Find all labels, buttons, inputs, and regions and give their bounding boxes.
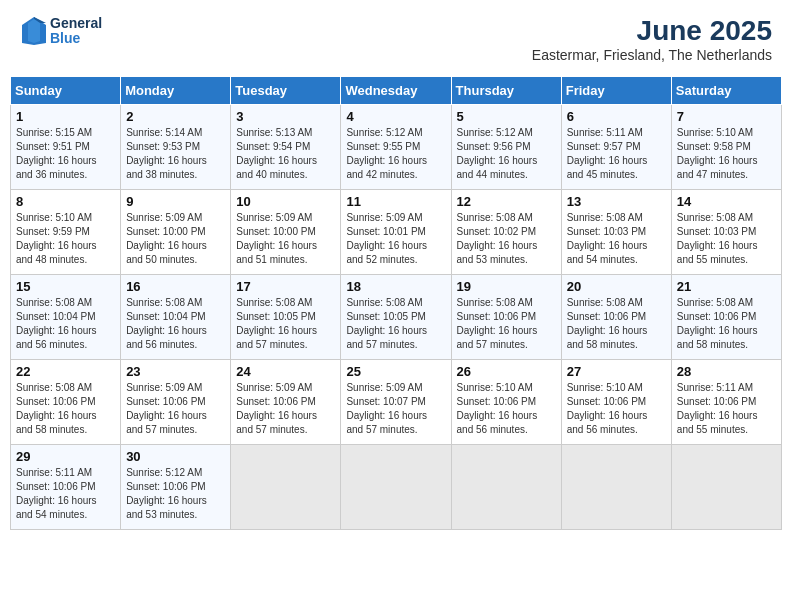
calendar-week-row: 15Sunrise: 5:08 AMSunset: 10:04 PMDaylig… [11,275,782,360]
calendar-day-cell: 19Sunrise: 5:08 AMSunset: 10:06 PMDaylig… [451,275,561,360]
day-number: 26 [457,364,556,379]
day-number: 22 [16,364,115,379]
day-info: Sunrise: 5:09 AMSunset: 10:06 PMDaylight… [236,381,335,437]
calendar-day-cell: 13Sunrise: 5:08 AMSunset: 10:03 PMDaylig… [561,190,671,275]
svg-marker-2 [28,19,40,43]
calendar-day-cell: 26Sunrise: 5:10 AMSunset: 10:06 PMDaylig… [451,360,561,445]
day-number: 12 [457,194,556,209]
day-info: Sunrise: 5:08 AMSunset: 10:06 PMDaylight… [16,381,115,437]
day-info: Sunrise: 5:10 AMSunset: 9:59 PMDaylight:… [16,211,115,267]
day-info: Sunrise: 5:09 AMSunset: 10:00 PMDaylight… [236,211,335,267]
day-info: Sunrise: 5:09 AMSunset: 10:06 PMDaylight… [126,381,225,437]
calendar-day-cell [231,445,341,530]
calendar-day-cell: 3Sunrise: 5:13 AMSunset: 9:54 PMDaylight… [231,105,341,190]
day-of-week-header: Friday [561,77,671,105]
calendar-day-cell: 8Sunrise: 5:10 AMSunset: 9:59 PMDaylight… [11,190,121,275]
day-number: 19 [457,279,556,294]
calendar-day-cell [451,445,561,530]
day-info: Sunrise: 5:14 AMSunset: 9:53 PMDaylight:… [126,126,225,182]
day-number: 3 [236,109,335,124]
day-number: 28 [677,364,776,379]
day-number: 7 [677,109,776,124]
title-block: June 2025 Eastermar, Friesland, The Neth… [532,15,772,63]
calendar-day-cell: 29Sunrise: 5:11 AMSunset: 10:06 PMDaylig… [11,445,121,530]
calendar-body: 1Sunrise: 5:15 AMSunset: 9:51 PMDaylight… [11,105,782,530]
calendar-day-cell: 12Sunrise: 5:08 AMSunset: 10:02 PMDaylig… [451,190,561,275]
day-number: 15 [16,279,115,294]
day-info: Sunrise: 5:13 AMSunset: 9:54 PMDaylight:… [236,126,335,182]
calendar-week-row: 8Sunrise: 5:10 AMSunset: 9:59 PMDaylight… [11,190,782,275]
day-info: Sunrise: 5:08 AMSunset: 10:04 PMDaylight… [126,296,225,352]
day-number: 1 [16,109,115,124]
calendar-day-cell: 15Sunrise: 5:08 AMSunset: 10:04 PMDaylig… [11,275,121,360]
calendar-day-cell: 20Sunrise: 5:08 AMSunset: 10:06 PMDaylig… [561,275,671,360]
day-info: Sunrise: 5:08 AMSunset: 10:03 PMDaylight… [677,211,776,267]
day-info: Sunrise: 5:08 AMSunset: 10:06 PMDaylight… [677,296,776,352]
calendar-week-row: 22Sunrise: 5:08 AMSunset: 10:06 PMDaylig… [11,360,782,445]
day-of-week-header: Thursday [451,77,561,105]
calendar-day-cell: 27Sunrise: 5:10 AMSunset: 10:06 PMDaylig… [561,360,671,445]
day-number: 27 [567,364,666,379]
day-number: 14 [677,194,776,209]
day-info: Sunrise: 5:09 AMSunset: 10:00 PMDaylight… [126,211,225,267]
calendar-day-cell: 22Sunrise: 5:08 AMSunset: 10:06 PMDaylig… [11,360,121,445]
calendar-day-cell: 21Sunrise: 5:08 AMSunset: 10:06 PMDaylig… [671,275,781,360]
day-number: 4 [346,109,445,124]
day-info: Sunrise: 5:11 AMSunset: 10:06 PMDaylight… [16,466,115,522]
day-info: Sunrise: 5:12 AMSunset: 10:06 PMDaylight… [126,466,225,522]
calendar-day-cell: 18Sunrise: 5:08 AMSunset: 10:05 PMDaylig… [341,275,451,360]
day-number: 25 [346,364,445,379]
calendar-day-cell: 25Sunrise: 5:09 AMSunset: 10:07 PMDaylig… [341,360,451,445]
day-of-week-header: Saturday [671,77,781,105]
day-number: 23 [126,364,225,379]
page-header: General Blue June 2025 Eastermar, Friesl… [10,10,782,68]
day-info: Sunrise: 5:08 AMSunset: 10:05 PMDaylight… [236,296,335,352]
day-info: Sunrise: 5:08 AMSunset: 10:04 PMDaylight… [16,296,115,352]
day-number: 17 [236,279,335,294]
calendar-day-cell: 30Sunrise: 5:12 AMSunset: 10:06 PMDaylig… [121,445,231,530]
day-number: 30 [126,449,225,464]
calendar-day-cell: 5Sunrise: 5:12 AMSunset: 9:56 PMDaylight… [451,105,561,190]
day-info: Sunrise: 5:09 AMSunset: 10:01 PMDaylight… [346,211,445,267]
day-number: 21 [677,279,776,294]
calendar-day-cell: 14Sunrise: 5:08 AMSunset: 10:03 PMDaylig… [671,190,781,275]
day-number: 24 [236,364,335,379]
logo-general: General [50,16,102,31]
calendar-day-cell: 7Sunrise: 5:10 AMSunset: 9:58 PMDaylight… [671,105,781,190]
day-info: Sunrise: 5:08 AMSunset: 10:05 PMDaylight… [346,296,445,352]
calendar-header: SundayMondayTuesdayWednesdayThursdayFrid… [11,77,782,105]
day-info: Sunrise: 5:15 AMSunset: 9:51 PMDaylight:… [16,126,115,182]
day-info: Sunrise: 5:08 AMSunset: 10:06 PMDaylight… [457,296,556,352]
logo-text: General Blue [50,16,102,47]
day-info: Sunrise: 5:08 AMSunset: 10:03 PMDaylight… [567,211,666,267]
day-number: 5 [457,109,556,124]
calendar-day-cell: 28Sunrise: 5:11 AMSunset: 10:06 PMDaylig… [671,360,781,445]
calendar-day-cell: 16Sunrise: 5:08 AMSunset: 10:04 PMDaylig… [121,275,231,360]
day-number: 9 [126,194,225,209]
calendar-day-cell: 1Sunrise: 5:15 AMSunset: 9:51 PMDaylight… [11,105,121,190]
day-number: 13 [567,194,666,209]
day-info: Sunrise: 5:08 AMSunset: 10:06 PMDaylight… [567,296,666,352]
day-info: Sunrise: 5:10 AMSunset: 9:58 PMDaylight:… [677,126,776,182]
calendar-table: SundayMondayTuesdayWednesdayThursdayFrid… [10,76,782,530]
header-row: SundayMondayTuesdayWednesdayThursdayFrid… [11,77,782,105]
month-year-title: June 2025 [532,15,772,47]
calendar-day-cell: 2Sunrise: 5:14 AMSunset: 9:53 PMDaylight… [121,105,231,190]
day-number: 10 [236,194,335,209]
calendar-day-cell [561,445,671,530]
day-info: Sunrise: 5:10 AMSunset: 10:06 PMDaylight… [567,381,666,437]
day-info: Sunrise: 5:12 AMSunset: 9:55 PMDaylight:… [346,126,445,182]
calendar-day-cell: 23Sunrise: 5:09 AMSunset: 10:06 PMDaylig… [121,360,231,445]
calendar-day-cell: 6Sunrise: 5:11 AMSunset: 9:57 PMDaylight… [561,105,671,190]
logo-icon [20,15,48,47]
day-info: Sunrise: 5:12 AMSunset: 9:56 PMDaylight:… [457,126,556,182]
day-info: Sunrise: 5:11 AMSunset: 10:06 PMDaylight… [677,381,776,437]
calendar-day-cell: 24Sunrise: 5:09 AMSunset: 10:06 PMDaylig… [231,360,341,445]
day-number: 20 [567,279,666,294]
day-number: 6 [567,109,666,124]
day-of-week-header: Wednesday [341,77,451,105]
day-number: 18 [346,279,445,294]
day-of-week-header: Sunday [11,77,121,105]
calendar-week-row: 1Sunrise: 5:15 AMSunset: 9:51 PMDaylight… [11,105,782,190]
calendar-day-cell: 9Sunrise: 5:09 AMSunset: 10:00 PMDayligh… [121,190,231,275]
